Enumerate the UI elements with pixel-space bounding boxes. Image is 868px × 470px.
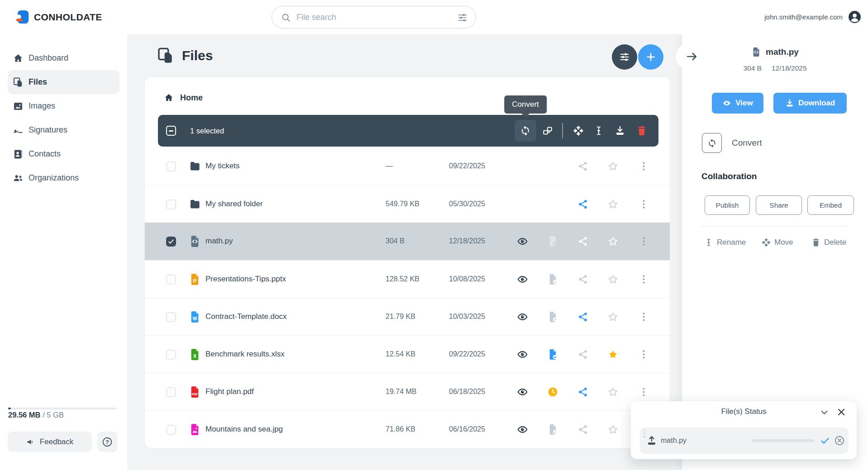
preview-eye-icon[interactable] [517,349,528,360]
row-checkbox[interactable] [166,275,176,285]
delete-action[interactable]: Delete [811,238,846,247]
star-icon[interactable] [607,349,619,360]
svg-text:W: W [193,316,197,321]
row-checkbox[interactable] [166,425,176,435]
convert-icon[interactable] [520,125,531,136]
file-check-icon[interactable] [547,349,558,360]
publish-button[interactable]: Publish [705,195,750,215]
sidebar-item-contacts[interactable]: Contacts [0,142,127,166]
merge-icon[interactable] [542,125,553,136]
row-checkbox[interactable] [166,312,176,322]
view-button[interactable]: View [712,93,763,114]
search-filter-sliders-icon[interactable] [458,13,467,23]
preview-eye-icon[interactable] [517,386,528,398]
download-icon[interactable] [615,125,625,136]
share-icon[interactable] [577,199,589,210]
table-row[interactable]: My tickets—09/22/2025 [145,147,670,185]
sidebar-item-images[interactable]: Images [0,94,127,118]
table-row[interactable]: PDFFlight plan.pdf19.74 MB06/18/2025 [145,373,670,410]
kebab-menu-icon[interactable] [638,161,649,172]
table-row[interactable]: XBenchmark results.xlsx12.54 KB09/22/202… [145,335,670,373]
rename-icon[interactable] [593,125,604,136]
pending-clock-icon[interactable] [547,386,558,398]
table-row[interactable]: Mountains and sea.jpg71.86 KB06/16/2025 [145,410,670,448]
file-search-bar[interactable] [272,6,476,28]
row-checkbox[interactable] [166,199,176,209]
chevron-down-icon[interactable] [819,407,830,418]
brand-logo[interactable]: CONHOLDATE [16,9,102,25]
move-icon[interactable] [573,125,584,136]
delete-icon[interactable] [636,125,647,136]
preview-eye-icon[interactable] [517,424,528,435]
share-icon[interactable] [577,349,589,360]
kebab-menu-icon[interactable] [638,199,649,210]
kebab-menu-icon[interactable] [638,274,649,285]
sidebar-item-dashboard[interactable]: Dashboard [0,46,127,70]
embed-button[interactable]: Embed [807,195,854,215]
table-row[interactable]: PPresentations-Tips.pptx128.52 KB10/08/2… [145,260,670,298]
search-input[interactable] [296,7,432,28]
selected-file-name: math.py [766,47,799,57]
share-icon[interactable] [577,161,589,172]
row-checkbox[interactable] [166,350,176,360]
kebab-menu-icon[interactable] [638,349,649,360]
file-check-icon[interactable] [547,236,558,247]
add-new-button[interactable] [638,44,663,70]
pptx-file-icon: P [189,273,201,285]
file-date: 12/18/2025 [449,237,485,245]
table-row[interactable]: My shared folder549.79 KB05/30/2025 [145,185,670,223]
share-icon[interactable] [577,311,589,323]
close-icon[interactable] [836,407,847,418]
move-action[interactable]: Move [762,238,793,247]
preview-eye-icon[interactable] [517,311,528,323]
breadcrumb-label: Home [180,93,203,103]
star-icon[interactable] [607,161,619,172]
preview-eye-icon[interactable] [517,274,528,285]
table-row[interactable]: math.py304 B12/18/2025 [145,223,670,260]
table-row[interactable]: WContract-Template.docx21.79 KB10/03/202… [145,298,670,335]
convert-button[interactable] [702,133,722,153]
feedback-button[interactable]: Feedback [8,432,92,452]
star-icon[interactable] [607,199,619,210]
share-icon[interactable] [577,386,589,398]
view-options-button[interactable] [612,44,637,70]
star-icon[interactable] [607,274,619,285]
file-check-icon[interactable] [547,311,558,323]
row-checkbox[interactable] [166,237,176,247]
rename-action[interactable]: Rename [704,238,746,247]
eye-icon [722,99,731,108]
download-button[interactable]: Download [773,93,847,114]
kebab-menu-icon[interactable] [638,386,649,398]
select-all-checkbox[interactable] [166,126,176,136]
share-button[interactable]: Share [756,195,802,215]
file-check-icon[interactable] [547,274,558,285]
preview-eye-icon[interactable] [517,236,528,247]
share-icon[interactable] [577,424,589,435]
file-size: 19.74 MB [386,388,416,396]
sidebar-item-label: Images [29,101,55,111]
row-checkbox[interactable] [166,387,176,397]
kebab-menu-icon[interactable] [638,236,649,247]
cancel-circle-x-icon[interactable] [834,435,845,446]
file-date: 09/22/2025 [449,162,485,170]
share-icon[interactable] [577,236,589,247]
breadcrumb[interactable]: Home [164,93,203,103]
share-icon[interactable] [577,274,589,285]
user-avatar-icon[interactable] [848,10,862,24]
jpg-file-icon [189,423,201,436]
help-button[interactable]: ? [97,432,117,452]
kebab-menu-icon[interactable] [638,311,649,323]
file-size: 12.54 KB [386,350,415,358]
home-icon [164,93,174,103]
star-icon[interactable] [607,311,619,323]
row-checkbox[interactable] [166,161,176,171]
file-name: Flight plan.pdf [205,387,254,396]
star-icon[interactable] [607,236,619,247]
sidebar-item-signatures[interactable]: Signatures [0,118,127,142]
file-check-icon[interactable] [547,424,558,435]
organizations-icon [13,173,24,184]
sidebar-item-files[interactable]: Files [8,70,119,94]
sidebar-item-organizations[interactable]: Organizations [0,166,127,190]
star-icon[interactable] [607,424,619,435]
star-icon[interactable] [607,386,619,398]
